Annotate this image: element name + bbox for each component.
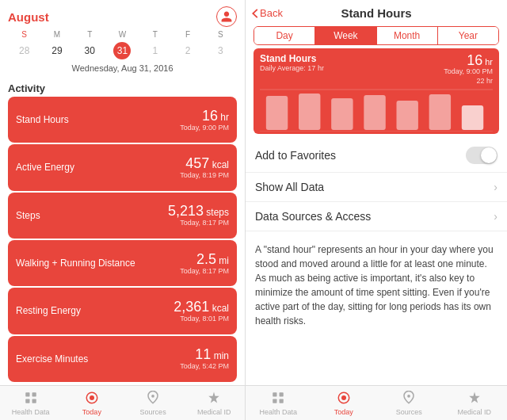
activity-time: Today, 8:01 PM bbox=[173, 315, 229, 323]
svg-point-21 bbox=[341, 395, 346, 400]
calendar-month: August bbox=[8, 10, 49, 24]
activity-name: Active Energy bbox=[16, 162, 74, 173]
svg-point-22 bbox=[407, 394, 410, 397]
toggle-knob bbox=[481, 147, 497, 163]
segment-day[interactable]: Day bbox=[254, 27, 315, 44]
svg-rect-2 bbox=[25, 399, 29, 403]
left-panel: August S M T W T F S 28 29 30 31 1 2 3 W… bbox=[0, 0, 246, 420]
activity-value: 2.5 mi bbox=[180, 252, 229, 266]
cal-day[interactable]: 1 bbox=[139, 40, 171, 61]
activity-value: 2,361 kcal bbox=[173, 300, 229, 314]
sources-icon bbox=[146, 391, 160, 407]
activity-item-steps[interactable]: Steps 5,213 steps Today, 8:17 PM bbox=[8, 193, 237, 239]
activity-name: Resting Energy bbox=[16, 305, 81, 316]
svg-rect-0 bbox=[25, 392, 29, 396]
favorites-toggle[interactable] bbox=[466, 147, 497, 164]
activity-item-active-energy[interactable]: Active Energy 457 kcal Today, 8:19 PM bbox=[8, 144, 237, 190]
chart-header: Stand Hours Daily Average: 17 hr 16 hr T… bbox=[260, 53, 493, 85]
today-icon bbox=[337, 391, 351, 407]
left-tab-bar: Health Data Today Sources Medical ID bbox=[0, 385, 245, 420]
activity-item-resting-energy[interactable]: Resting Energy 2,361 kcal Today, 8:01 PM bbox=[8, 288, 237, 334]
x-label: 27 bbox=[345, 135, 352, 142]
activity-item-walking-running[interactable]: Walking + Running Distance 2.5 mi Today,… bbox=[8, 240, 237, 286]
cal-day[interactable]: 3 bbox=[204, 40, 237, 61]
calendar-grid: 28 29 30 31 1 2 3 bbox=[8, 40, 237, 61]
tab-label: Sources bbox=[396, 408, 422, 416]
menu-item-label: Data Sources & Access bbox=[255, 210, 371, 223]
activity-time: Today, 8:17 PM bbox=[168, 219, 229, 227]
day-header-s2: S bbox=[204, 30, 237, 39]
activity-section-label: Activity bbox=[0, 79, 245, 97]
tab-health-data-left[interactable]: Health Data bbox=[0, 386, 61, 420]
activity-value-block: 11 min Today, 5:42 PM bbox=[180, 347, 229, 370]
svg-rect-18 bbox=[273, 399, 277, 403]
menu-item-data-sources[interactable]: Data Sources & Access › bbox=[246, 202, 507, 231]
menu-item-show-all[interactable]: Show All Data › bbox=[246, 173, 507, 202]
sources-icon bbox=[402, 391, 416, 407]
segment-year[interactable]: Year bbox=[438, 27, 498, 44]
tab-health-data-right[interactable]: Health Data bbox=[246, 386, 311, 420]
bar-chart bbox=[260, 88, 493, 132]
x-label: 29 bbox=[414, 135, 421, 142]
medical-id-icon bbox=[207, 391, 221, 407]
activity-time: Today, 9:00 PM bbox=[180, 124, 229, 132]
svg-rect-11 bbox=[331, 98, 353, 130]
tab-today-right[interactable]: Today bbox=[311, 386, 377, 420]
health-data-icon bbox=[271, 391, 285, 407]
cal-day[interactable]: 2 bbox=[171, 40, 204, 61]
calendar-header: August S M T W T F S 28 29 30 31 1 2 3 W… bbox=[0, 0, 245, 79]
chevron-right-icon: › bbox=[494, 181, 497, 193]
chart-title-block: Stand Hours Daily Average: 17 hr bbox=[260, 53, 324, 72]
chart-avg: Daily Average: 17 hr bbox=[260, 64, 324, 72]
activity-value: 11 min bbox=[180, 347, 229, 361]
segment-week[interactable]: Week bbox=[315, 27, 376, 44]
activity-value-block: 457 kcal Today, 8:19 PM bbox=[180, 156, 229, 179]
nav-title: Stand Hours bbox=[341, 6, 411, 20]
segment-month[interactable]: Month bbox=[377, 27, 438, 44]
back-label: Back bbox=[260, 7, 283, 19]
svg-point-5 bbox=[90, 395, 94, 400]
tab-label: Health Data bbox=[12, 408, 50, 416]
cal-day-today[interactable]: 31 bbox=[113, 42, 131, 59]
calendar-days-header: S M T W T F S bbox=[8, 30, 237, 39]
chart-max: 22 hr bbox=[444, 77, 493, 85]
avatar bbox=[216, 6, 237, 27]
activity-item-stand-hours[interactable]: Stand Hours 16 hr Today, 9:00 PM bbox=[8, 97, 237, 143]
activity-name: Exercise Minutes bbox=[16, 353, 88, 365]
activity-list: Stand Hours 16 hr Today, 9:00 PM Active … bbox=[0, 97, 245, 385]
segment-control: Day Week Month Year bbox=[254, 26, 499, 45]
svg-rect-17 bbox=[280, 392, 284, 396]
x-label: 30 bbox=[449, 135, 456, 142]
activity-value-block: 2,361 kcal Today, 8:01 PM bbox=[173, 300, 229, 323]
tab-medical-id-right[interactable]: Medical ID bbox=[442, 386, 508, 420]
menu-item-favorites[interactable]: Add to Favorites bbox=[246, 139, 507, 173]
chevron-container: › bbox=[494, 181, 497, 193]
back-button[interactable]: Back bbox=[252, 7, 283, 19]
right-panel: Back Stand Hours Day Week Month Year Sta… bbox=[246, 0, 507, 420]
cal-day[interactable]: 28 bbox=[8, 40, 40, 61]
activity-time: Today, 5:42 PM bbox=[180, 362, 229, 370]
tab-today-left[interactable]: Today bbox=[61, 386, 122, 420]
svg-rect-13 bbox=[396, 101, 417, 130]
medical-id-icon bbox=[467, 391, 482, 407]
tab-label: Medical ID bbox=[197, 408, 231, 416]
activity-value-block: 16 hr Today, 9:00 PM bbox=[180, 109, 229, 132]
date-label: Wednesday, Aug 31, 2016 bbox=[8, 61, 237, 76]
svg-rect-16 bbox=[273, 392, 277, 396]
cal-day[interactable]: 30 bbox=[74, 40, 106, 61]
tab-medical-id-left[interactable]: Medical ID bbox=[184, 386, 245, 420]
chart-x-labels: Aug 25 26 27 28 29 30 31 bbox=[260, 135, 493, 142]
chart-val: 16 hr bbox=[444, 53, 493, 67]
activity-time: Today, 8:17 PM bbox=[180, 267, 229, 275]
activity-value-block: 5,213 steps Today, 8:17 PM bbox=[168, 204, 229, 227]
activity-item-exercise-minutes[interactable]: Exercise Minutes 11 min Today, 5:42 PM bbox=[8, 336, 237, 382]
tab-sources-left[interactable]: Sources bbox=[123, 386, 184, 420]
cal-day-today-wrapper[interactable]: 31 bbox=[106, 40, 139, 61]
tab-sources-right[interactable]: Sources bbox=[376, 386, 442, 420]
activity-name: Stand Hours bbox=[16, 114, 69, 125]
tab-label: Medical ID bbox=[457, 408, 491, 416]
cal-day[interactable]: 29 bbox=[40, 40, 73, 61]
svg-rect-1 bbox=[32, 392, 36, 396]
day-header-w: W bbox=[106, 30, 139, 39]
chart-title: Stand Hours bbox=[260, 53, 324, 64]
